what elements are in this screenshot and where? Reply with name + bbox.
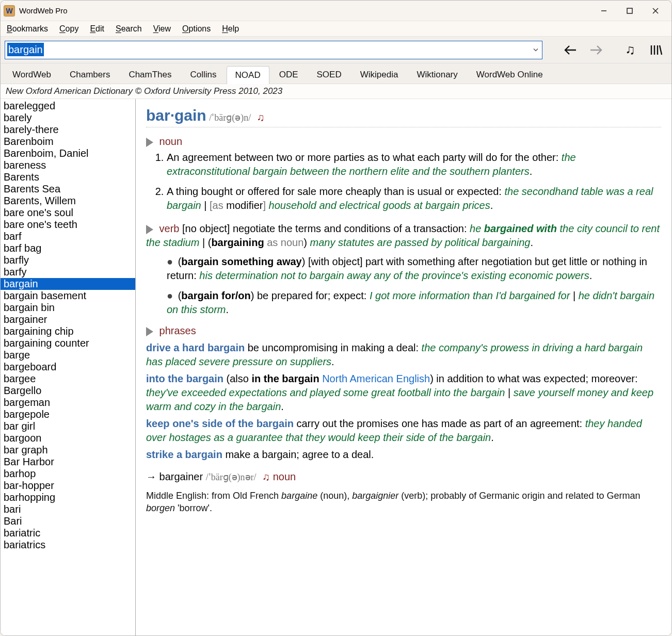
tab-chamthes[interactable]: ChamThes — [120, 66, 180, 84]
menu-bookmarks[interactable]: Bookmarks — [7, 24, 48, 34]
tab-ode[interactable]: ODE — [270, 66, 307, 84]
list-item[interactable]: barfly — [1, 254, 135, 266]
definition-pane[interactable]: bar·gain /ˈbärɡ(ə)n/ ♫ noun An agreement… — [136, 99, 671, 635]
chevron-down-icon[interactable] — [533, 45, 539, 54]
menu-view[interactable]: View — [153, 24, 171, 34]
pronunciation: /ˈbärɡ(ə)n/ — [209, 112, 251, 123]
phrase-keep: keep one's side of the bargain carry out… — [146, 417, 661, 445]
app-title: WordWeb Pro — [19, 6, 68, 15]
expand-icon[interactable] — [146, 225, 153, 234]
subsense-away: ● (bargain something away) [with object]… — [167, 255, 661, 283]
list-item[interactable]: Bargello — [1, 385, 135, 397]
list-item[interactable]: Barents, Willem — [1, 195, 135, 207]
list-item[interactable]: barely-there — [1, 124, 135, 136]
copyright-notice: New Oxford American Dictionary © Oxford … — [1, 84, 671, 99]
list-item[interactable]: barge — [1, 349, 135, 361]
list-item[interactable]: Bari — [1, 515, 135, 527]
tab-wiktionary[interactable]: Wiktionary — [408, 66, 466, 84]
menu-help[interactable]: Help — [222, 24, 239, 34]
tab-wordweb-online[interactable]: WordWeb Online — [468, 66, 552, 84]
phrase-drive: drive a hard bargain be uncompromising i… — [146, 341, 661, 369]
dictionary-tabs: WordWebChambersChamThesCollinsNOADODESOE… — [1, 63, 671, 84]
tab-wikipedia[interactable]: Wikipedia — [351, 66, 407, 84]
list-item[interactable]: bare one's teeth — [1, 219, 135, 231]
list-item[interactable]: barf — [1, 231, 135, 242]
list-item[interactable]: bargain basement — [1, 290, 135, 302]
app-icon: W — [4, 5, 15, 17]
list-item[interactable]: bari — [1, 503, 135, 515]
menu-copy[interactable]: Copy — [59, 24, 78, 34]
verb-section: verb [no object] negotiate the terms and… — [146, 222, 661, 317]
list-item[interactable]: bargeboard — [1, 361, 135, 373]
list-item[interactable]: bargainer — [1, 314, 135, 325]
expand-icon[interactable] — [146, 327, 153, 336]
list-item[interactable]: bare one's soul — [1, 207, 135, 219]
tab-collins[interactable]: Collins — [182, 66, 226, 84]
audio-button[interactable]: ♫ — [619, 40, 642, 60]
phrases-section: phrases — [146, 324, 661, 338]
minimize-button[interactable] — [591, 1, 617, 21]
list-item[interactable]: barelegged — [1, 100, 135, 112]
noun-defs: An agreement between two or more parties… — [167, 151, 661, 213]
tab-wordweb[interactable]: WordWeb — [4, 66, 60, 84]
tab-noad[interactable]: NOAD — [227, 66, 269, 84]
etymology: Middle English: from Old French bargaine… — [146, 490, 661, 514]
list-item[interactable]: barely — [1, 112, 135, 124]
list-item[interactable]: bargaining counter — [1, 337, 135, 349]
list-item[interactable]: bar graph — [1, 444, 135, 456]
list-item[interactable]: bargeman — [1, 397, 135, 409]
menu-search[interactable]: Search — [116, 24, 142, 34]
pos-verb: verb — [159, 223, 180, 234]
list-item[interactable]: barfy — [1, 266, 135, 278]
list-item[interactable]: Bar Harbor — [1, 456, 135, 468]
tab-chambers[interactable]: Chambers — [61, 66, 119, 84]
list-item[interactable]: bariatrics — [1, 539, 135, 551]
search-input[interactable] — [5, 41, 542, 59]
subsense-for-on: ● (bargain for/on) be prepared for; expe… — [167, 289, 661, 317]
tab-soed[interactable]: SOED — [308, 66, 350, 84]
list-item[interactable]: bargaining chip — [1, 325, 135, 337]
list-item[interactable]: bar-hopper — [1, 480, 135, 492]
list-item[interactable]: barhop — [1, 468, 135, 480]
back-button[interactable] — [559, 40, 582, 60]
menu-edit[interactable]: Edit — [90, 24, 104, 34]
menubar: Bookmarks Copy Edit Search View Options … — [1, 21, 671, 37]
search-combobox[interactable]: bargain — [5, 41, 542, 59]
library-button[interactable] — [645, 40, 667, 60]
list-item[interactable]: Barents Sea — [1, 183, 135, 195]
derivative: → bargainer /ˈbärɡ(ə)nər/ ♫ noun — [146, 470, 661, 484]
list-item[interactable]: barhopping — [1, 492, 135, 503]
list-item[interactable]: bargepole — [1, 409, 135, 420]
list-item[interactable]: bargee — [1, 373, 135, 385]
list-item[interactable]: Barents — [1, 171, 135, 183]
phrase-strike: strike a bargain make a bargain; agree t… — [146, 448, 661, 462]
list-item[interactable]: Barenboim — [1, 136, 135, 148]
noun-def-1: An agreement between two or more parties… — [167, 151, 661, 178]
maximize-button[interactable] — [617, 1, 643, 21]
expand-icon[interactable] — [146, 138, 153, 147]
list-item[interactable]: bargoon — [1, 432, 135, 444]
audio-icon[interactable]: ♫ — [257, 111, 265, 123]
word-list[interactable]: bareleggedbarelybarely-thereBarenboimBar… — [1, 99, 136, 635]
list-item[interactable]: bargain bin — [1, 302, 135, 314]
entry-header: bar·gain /ˈbärɡ(ə)n/ ♫ — [146, 108, 661, 125]
search-selection: bargain — [7, 43, 44, 56]
noun-section: noun An agreement between two or more pa… — [146, 135, 661, 213]
noun-def-2: A thing bought or offered for sale more … — [167, 185, 661, 213]
list-item[interactable]: bar girl — [1, 420, 135, 432]
audio-icon[interactable]: ♫ — [262, 471, 270, 482]
list-item[interactable]: bariatric — [1, 527, 135, 539]
body: bareleggedbarelybarely-thereBarenboimBar… — [1, 99, 671, 635]
svg-rect-1 — [627, 8, 632, 13]
divider — [146, 127, 661, 127]
forward-button[interactable] — [585, 40, 607, 60]
menu-options[interactable]: Options — [182, 24, 211, 34]
list-item[interactable]: bareness — [1, 159, 135, 171]
verb-subsenses: ● (bargain something away) [with object]… — [167, 255, 661, 317]
close-button[interactable] — [643, 1, 668, 21]
list-item[interactable]: barf bag — [1, 242, 135, 254]
list-item[interactable]: Barenboim, Daniel — [1, 148, 135, 159]
headword: bar·gain — [146, 107, 206, 124]
list-item[interactable]: bargain — [1, 278, 135, 290]
phrase-into: into the bargain (also in the bargain No… — [146, 372, 661, 414]
